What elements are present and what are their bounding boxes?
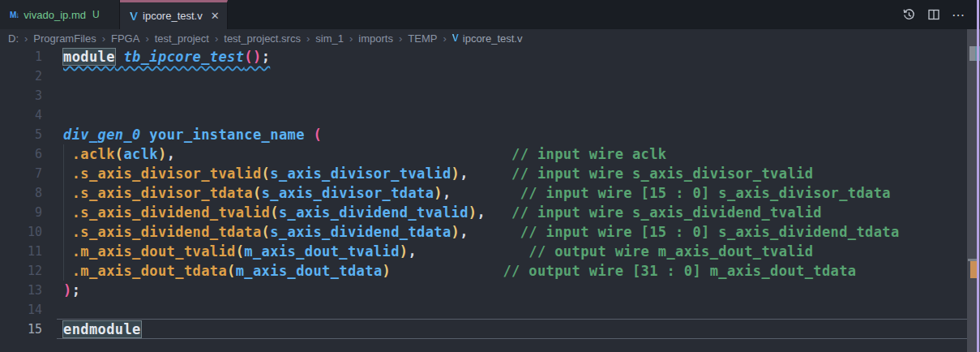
token-gold: ) [451,224,460,240]
markdown-icon: M↓ [10,11,19,19]
line-number[interactable]: 6 [0,144,42,164]
token-comment: // output wire [31 : 0] m_axis_dout_tdat… [503,263,856,279]
breadcrumb-item[interactable]: imports [358,32,393,45]
timeline-history-icon[interactable] [902,8,916,22]
token-plain: , [167,146,176,162]
token-gold: ( [227,263,236,279]
line-number[interactable]: 7 [0,164,42,183]
window-right-edge [977,0,979,352]
code-line[interactable]: 8 .s_axis_divisor_tdata(s_axis_divisor_t… [0,183,980,203]
token-plain [63,243,72,260]
indent-guide [63,144,64,281]
token-comment: // input wire [15 : 0] s_axis_divisor_td… [520,185,891,201]
token-plain [63,263,72,279]
code-text: .m_axis_dout_tdata(m_axis_dout_tdata) //… [63,261,856,281]
breadcrumb-item[interactable]: D: [8,32,19,45]
code-line[interactable]: 12 .m_axis_dout_tdata(m_axis_dout_tdata)… [0,261,980,281]
token-gold: ( [253,185,262,201]
tab-ipcore-test-v[interactable]: V ipcore_test.v ✕ [120,0,228,29]
token-plain [141,127,150,143]
current-line-border [57,338,977,339]
git-untracked-badge: U [92,9,100,20]
line-number[interactable]: 2 [0,67,42,86]
line-number[interactable]: 1 [0,47,42,67]
line-number[interactable]: 5 [0,125,42,144]
chevron-right-icon: › [306,32,310,45]
line-number[interactable]: 9 [0,203,42,222]
code-line[interactable]: 15endmodule [0,320,980,339]
token-plain [63,204,72,221]
breadcrumb-item[interactable]: FPGA [111,32,139,45]
line-number[interactable]: 14 [0,300,42,320]
line-number[interactable]: 4 [0,105,42,125]
code-line[interactable]: 5div_gen_0 your_instance_name ( [0,125,980,144]
token-gold: ) [451,165,460,182]
token-typ: tb_ipcore_test [123,49,244,65]
token-plain [305,127,314,143]
token-comment: // input wire [15 : 0] s_axis_dividend_t… [520,224,900,240]
code-line[interactable]: 10 .s_axis_dividend_tdata(s_axis_dividen… [0,222,980,242]
overview-mark-warning [970,261,977,278]
token-gold: ( [262,224,271,240]
code-line[interactable]: 7 .s_axis_divisor_tvalid(s_axis_divisor_… [0,164,980,183]
token-comment: // output wire m_axis_dout_tvalid [529,243,813,260]
token-comment: // input wire s_axis_divisor_tvalid [511,165,813,182]
split-editor-icon[interactable] [927,8,940,21]
code-line[interactable]: 14 [0,300,980,320]
breadcrumb-item[interactable]: test_project [155,32,209,45]
code-line[interactable]: 11 .m_axis_dout_tvalid(m_axis_dout_tvali… [0,242,980,261]
tab-label: vivado_ip.md [24,9,86,21]
chevron-right-icon: › [24,32,28,45]
code-editor[interactable]: 1module tb_ipcore_test();2345div_gen_0 y… [0,47,980,352]
line-number[interactable]: 12 [0,261,42,281]
token-id: your_instance_name [149,127,304,143]
breadcrumb-item[interactable]: ProgramFiles [33,32,96,45]
breadcrumb: D:›ProgramFiles›FPGA›test_project›test_p… [0,29,980,47]
token-comment: // input wire aclk [511,146,666,162]
breadcrumb-file[interactable]: Vipcore_test.v [452,32,523,45]
code-text: .s_axis_dividend_tdata(s_axis_dividend_t… [63,222,900,242]
token-plain: , [460,165,469,182]
code-line[interactable]: 2 [0,67,980,86]
token-port: .s_axis_divisor_tdata [72,185,253,201]
tab-vivado-ip-md[interactable]: M↓ vivado_ip.md U [0,0,120,29]
code-line[interactable]: 9 .s_axis_dividend_tvalid(s_axis_dividen… [0,203,980,222]
token-plain: , [477,204,486,221]
line-number[interactable]: 11 [0,242,42,261]
line-number[interactable]: 13 [0,281,42,300]
token-gold: ) [469,204,477,221]
more-actions-icon[interactable]: ⋯ [952,7,965,23]
token-pink: ) [63,282,72,298]
line-number[interactable]: 8 [0,183,42,203]
token-gold: ( [262,165,271,182]
code-text: ); [63,281,80,300]
close-icon[interactable]: ✕ [211,10,220,22]
token-gold: ( [115,146,124,162]
line-number[interactable]: 3 [0,86,42,105]
code-text: .s_axis_dividend_tvalid(s_axis_dividend_… [63,203,822,222]
code-line[interactable]: 6 .aclk(aclk), // input wire aclk [0,144,980,164]
token-pink: ( [313,127,322,143]
breadcrumb-item[interactable]: sim_1 [315,32,344,45]
code-line[interactable]: 1module tb_ipcore_test(); [0,47,980,67]
breadcrumb-item[interactable]: TEMP [408,32,437,45]
token-plain [486,204,511,221]
code-text: div_gen_0 your_instance_name ( [63,125,322,144]
code-text: .s_axis_divisor_tdata(s_axis_divisor_tda… [63,183,891,203]
token-gold: ( [236,243,245,260]
code-line[interactable]: 4 [0,105,980,125]
token-typ: div_gen_0 [63,127,141,143]
breadcrumb-file-label: ipcore_test.v [463,32,523,45]
code-line[interactable]: 3 [0,86,980,105]
code-line[interactable]: 13); [0,281,980,300]
token-plain: ; [262,49,271,65]
chevron-right-icon: › [399,32,402,45]
chevron-right-icon: › [215,32,218,45]
line-number[interactable]: 15 [0,320,42,339]
token-plain [469,165,511,182]
token-comment: // input wire s_axis_dividend_tvalid [511,204,822,221]
line-number[interactable]: 10 [0,222,42,242]
breadcrumb-item[interactable]: test_project.srcs [224,32,301,45]
token-plain [417,243,529,260]
token-gold: ) [383,263,392,279]
